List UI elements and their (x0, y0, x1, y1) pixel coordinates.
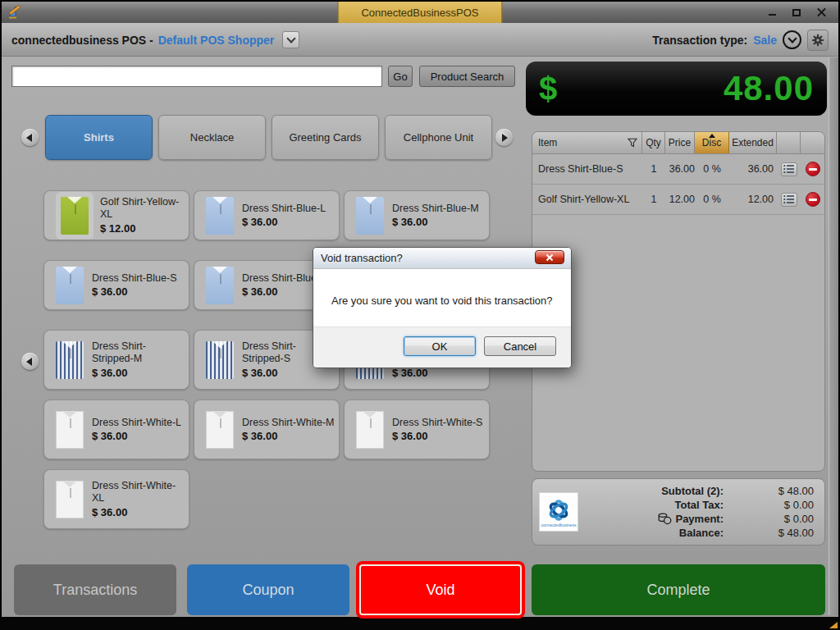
total-amount: 48.00 (724, 69, 814, 108)
product-card[interactable]: Dress Shirt-White-XL $ 36.00 (43, 469, 189, 529)
product-name: Dress Shirt-Blue-M (392, 203, 479, 215)
chevron-down-icon (788, 34, 797, 43)
cart-item-extended: 12.00 (729, 194, 777, 205)
tabs-scroll-left-button[interactable] (21, 129, 39, 146)
shopper-header: connectedbusiness POS - Default POS Shop… (11, 23, 299, 57)
product-price: $ 36.00 (242, 367, 336, 379)
search-input[interactable] (11, 66, 382, 87)
gear-icon (811, 34, 824, 47)
product-price: $ 36.00 (392, 367, 486, 379)
product-image (356, 411, 384, 449)
arrow-left-icon (26, 358, 32, 366)
product-image (356, 197, 384, 235)
product-image (61, 197, 89, 235)
summary-value: $ 0.00 (724, 513, 814, 525)
product-card[interactable]: Dress Shirt-White-S $ 36.00 (344, 399, 490, 459)
column-header-extended[interactable]: Extended (729, 132, 777, 153)
summary-value: $ 48.00 (724, 485, 814, 497)
summary-line-balance: Balance: $ 48.00 (578, 526, 814, 540)
tab-necklace[interactable]: Necklace (158, 115, 266, 160)
logo-text: connectedbusiness (541, 523, 577, 527)
product-image (56, 341, 84, 379)
minus-icon (809, 168, 817, 171)
remove-item-button[interactable] (806, 192, 820, 207)
product-card[interactable]: Dress Shirt-White-L $ 36.00 (43, 399, 189, 459)
product-price: $ 36.00 (92, 506, 185, 518)
product-card[interactable]: Dress Shirt-Blue-S $ 36.00 (43, 260, 189, 310)
dialog-close-button[interactable] (535, 250, 564, 264)
tabs-scroll-right-button[interactable] (495, 129, 513, 146)
filter-funnel-icon[interactable] (628, 138, 637, 148)
dialog-titlebar: Void transaction? (313, 248, 571, 269)
tab-cellphone-unit[interactable]: Cellphone Unit (385, 115, 492, 160)
product-card[interactable]: Dress Shirt-Blue-L $ 36.00 (194, 190, 340, 240)
transaction-type-dropdown-button[interactable] (783, 30, 801, 49)
shopper-name[interactable]: Default POS Shopper (158, 34, 275, 47)
minimize-icon (769, 14, 776, 16)
shopper-dropdown-button[interactable] (282, 31, 299, 48)
product-name: Dress Shirt-Stripped-M (92, 340, 185, 365)
product-price: $ 36.00 (242, 216, 326, 228)
column-header-detail (777, 132, 801, 153)
tab-greeting-cards[interactable]: Greeting Cards (272, 115, 379, 160)
resize-grip-icon (829, 622, 838, 628)
product-card[interactable]: Golf Shirt-Yellow-XL $ 12.00 (43, 190, 189, 240)
cart-item-price: 12.00 (665, 194, 695, 205)
list-icon (783, 194, 795, 204)
column-header-price[interactable]: Price (665, 132, 695, 153)
product-name: Dress Shirt-Blue-L (242, 203, 326, 215)
product-card[interactable]: Dress Shirt-White-M $ 36.00 (194, 399, 340, 459)
summary-label: Subtotal (2): (661, 485, 724, 497)
cart-item-qty: 1 (642, 163, 665, 175)
column-header-disc[interactable]: Disc (695, 132, 729, 153)
product-price: $ 36.00 (242, 430, 335, 442)
transaction-type-value[interactable]: Sale (753, 34, 777, 47)
arrow-left-icon (26, 134, 32, 142)
product-name: Golf Shirt-Yellow-XL (100, 196, 185, 221)
transaction-type-header: Transaction type: Sale (652, 23, 829, 57)
summary-label: Total Tax: (675, 499, 724, 511)
void-button[interactable]: Void (359, 564, 522, 615)
product-image (206, 341, 234, 379)
tab-shirts[interactable]: Shirts (45, 115, 153, 160)
cart-row[interactable]: Golf Shirt-Yellow-XL 1 12.00 0 % 12.00 (532, 185, 824, 215)
pos-window: ConnectedBusinessPOS connectedbusiness P… (0, 0, 840, 630)
summary-line-subtotal: Subtotal (2): $ 48.00 (578, 484, 814, 498)
product-search-button[interactable]: Product Search (419, 66, 515, 87)
settings-button[interactable] (807, 30, 829, 51)
summary-panel: connectedbusiness Subtotal (2): $ 48.00 … (532, 478, 825, 546)
column-header-qty[interactable]: Qty (642, 132, 665, 153)
minimize-button[interactable] (760, 2, 784, 23)
complete-button[interactable]: Complete (532, 564, 825, 615)
item-detail-button[interactable] (781, 162, 797, 176)
coupon-button[interactable]: Coupon (187, 564, 349, 615)
cart-items-panel: Item Qty Price Disc Extended Dress Shirt… (532, 131, 825, 472)
product-image (206, 197, 234, 235)
item-detail-button[interactable] (781, 193, 797, 207)
product-card[interactable]: Dress Shirt-Stripped-M $ 36.00 (43, 330, 189, 390)
grid-scroll-left-button[interactable] (21, 353, 39, 370)
cart-item-disc: 0 % (695, 194, 729, 205)
cart-item-price: 36.00 (665, 163, 695, 175)
transactions-button[interactable]: Transactions (14, 564, 176, 615)
product-name: Dress Shirt-White-M (242, 417, 335, 429)
column-header-item[interactable]: Item (532, 132, 642, 153)
cart-item-qty: 1 (642, 194, 665, 205)
go-button[interactable]: Go (388, 66, 413, 87)
close-button[interactable] (809, 2, 833, 23)
cart-row[interactable]: Dress Shirt-Blue-S 1 36.00 0 % 36.00 (532, 154, 824, 185)
maximize-button[interactable] (784, 2, 809, 23)
product-card[interactable]: Dress Shirt-Blue-M $ 36.00 (344, 190, 490, 240)
summary-line-tax: Total Tax: $ 0.00 (578, 498, 814, 512)
logo-knot-icon (544, 496, 573, 524)
dialog-message: Are you sure you want to void this trans… (331, 294, 553, 307)
product-name: Dress Shirt-White-XL (92, 480, 185, 504)
product-price: $ 36.00 (392, 216, 479, 228)
dialog-ok-button[interactable]: OK (404, 336, 476, 356)
product-image (206, 411, 234, 449)
remove-item-button[interactable] (806, 162, 820, 176)
list-icon (783, 164, 795, 174)
dialog-cancel-button[interactable]: Cancel (484, 336, 556, 356)
connectedbusiness-logo: connectedbusiness (539, 492, 578, 532)
total-display: $ 48.00 (526, 62, 827, 116)
